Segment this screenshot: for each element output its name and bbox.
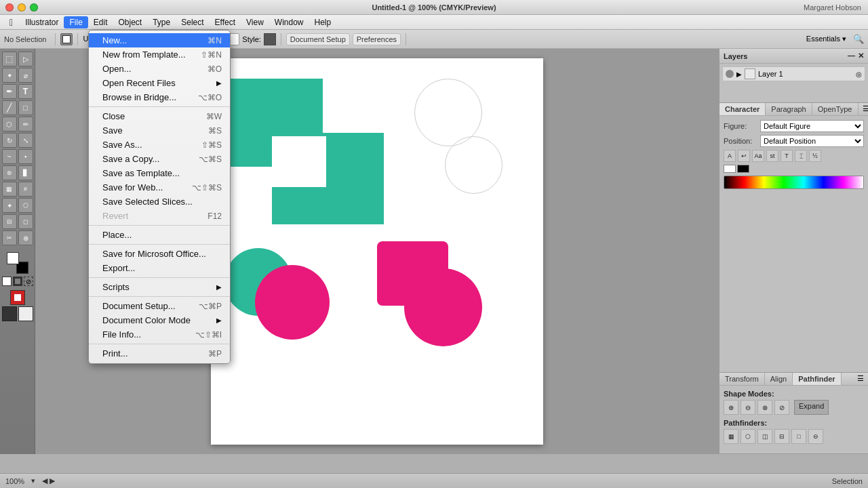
menu-item-ds-shortcut: ⌥⌘P	[199, 302, 222, 311]
menu-item-close[interactable]: Close ⌘W	[89, 109, 230, 123]
menu-item-st-label: Save as Template...	[102, 168, 180, 178]
menu-item-scripts-label: Scripts	[102, 282, 130, 292]
menu-item-bridge-shortcut: ⌥⌘O	[198, 93, 222, 102]
menu-item-new[interactable]: New... ⌘N	[89, 33, 230, 47]
menu-item-revert[interactable]: Revert F12	[89, 209, 230, 223]
menu-item-print-label: Print...	[102, 348, 128, 359]
menu-item-save-ms[interactable]: Save for Microsoft Office...	[89, 247, 230, 261]
menu-item-save-web[interactable]: Save for Web... ⌥⇧⌘S	[89, 180, 230, 195]
open-recent-arrow: ▶	[216, 79, 222, 87]
menu-sep-3	[89, 244, 230, 245]
menu-item-sw-shortcut: ⌥⇧⌘S	[192, 183, 222, 192]
menu-item-close-label: Close	[102, 111, 125, 121]
menu-item-open-label: Open...	[102, 64, 132, 74]
menu-item-fi-shortcut: ⌥⇧⌘I	[195, 330, 222, 340]
menu-item-sc-shortcut: ⌥⌘S	[199, 155, 222, 164]
menu-sep-6	[89, 344, 230, 344]
menu-item-open-shortcut: ⌘O	[208, 64, 222, 74]
menu-item-save[interactable]: Save ⌘S	[89, 123, 230, 138]
menu-item-new-from-template[interactable]: New from Template... ⇧⌘N	[89, 47, 230, 62]
menu-item-place[interactable]: Place...	[89, 228, 230, 242]
menu-item-doc-setup[interactable]: Document Setup... ⌥⌘P	[89, 299, 230, 313]
menu-item-save-label: Save	[102, 125, 123, 136]
menu-item-sc-label: Save a Copy...	[102, 154, 159, 164]
menu-item-open-recent[interactable]: Open Recent Files ▶	[89, 76, 230, 90]
menu-item-save-as[interactable]: Save As... ⇧⌘S	[89, 138, 230, 152]
menu-item-fi-label: File Info...	[102, 329, 141, 340]
menu-sep-2	[89, 225, 230, 226]
menu-item-print-shortcut: ⌘P	[208, 349, 222, 359]
menu-item-save-slices[interactable]: Save Selected Slices...	[89, 195, 230, 209]
menu-item-place-label: Place...	[102, 230, 132, 240]
menu-sep-5	[89, 296, 230, 297]
menu-item-export[interactable]: Export...	[89, 261, 230, 275]
menu-item-print[interactable]: Print... ⌘P	[89, 346, 230, 361]
menu-item-revert-label: Revert	[102, 211, 128, 221]
file-menu: New... ⌘N New from Template... ⇧⌘N Open.…	[88, 30, 231, 364]
menu-item-save-template[interactable]: Save as Template...	[89, 166, 230, 180]
menu-item-export-label: Export...	[102, 263, 135, 273]
menu-item-nft-label: New from Template...	[102, 49, 186, 60]
menu-item-doc-color[interactable]: Document Color Mode ▶	[89, 313, 230, 327]
menu-item-file-info[interactable]: File Info... ⌥⇧⌘I	[89, 327, 230, 342]
menu-item-bridge[interactable]: Browse in Bridge... ⌥⌘O	[89, 90, 230, 104]
menu-item-save-copy[interactable]: Save a Copy... ⌥⌘S	[89, 152, 230, 166]
menu-item-or-label: Open Recent Files	[102, 78, 176, 88]
doc-color-arrow: ▶	[216, 317, 222, 324]
menu-item-ss-label: Save Selected Slices...	[102, 197, 193, 207]
menu-item-ds-label: Document Setup...	[102, 301, 176, 311]
menu-item-new-shortcut: ⌘N	[208, 36, 222, 45]
menu-sep-4	[89, 277, 230, 278]
menu-item-nft-shortcut: ⇧⌘N	[201, 50, 222, 60]
menu-item-revert-shortcut: F12	[208, 211, 222, 221]
menu-item-bridge-label: Browse in Bridge...	[102, 92, 176, 102]
menu-item-new-label: New...	[102, 35, 127, 45]
menu-sep-1	[89, 106, 230, 107]
menu-item-save-shortcut: ⌘S	[208, 126, 222, 136]
scripts-arrow: ▶	[216, 283, 222, 291]
menu-item-ms-label: Save for Microsoft Office...	[102, 249, 206, 259]
menu-item-sw-label: Save for Web...	[102, 182, 163, 192]
menu-item-open[interactable]: Open... ⌘O	[89, 62, 230, 76]
menu-item-sa-label: Save As...	[102, 140, 142, 150]
menu-item-close-shortcut: ⌘W	[206, 112, 222, 121]
dropdown-overlay[interactable]: New... ⌘N New from Template... ⇧⌘N Open.…	[0, 0, 868, 488]
menu-item-dc-label: Document Color Mode	[102, 315, 191, 325]
menu-item-sa-shortcut: ⇧⌘S	[201, 140, 222, 150]
menu-item-scripts[interactable]: Scripts ▶	[89, 280, 230, 294]
